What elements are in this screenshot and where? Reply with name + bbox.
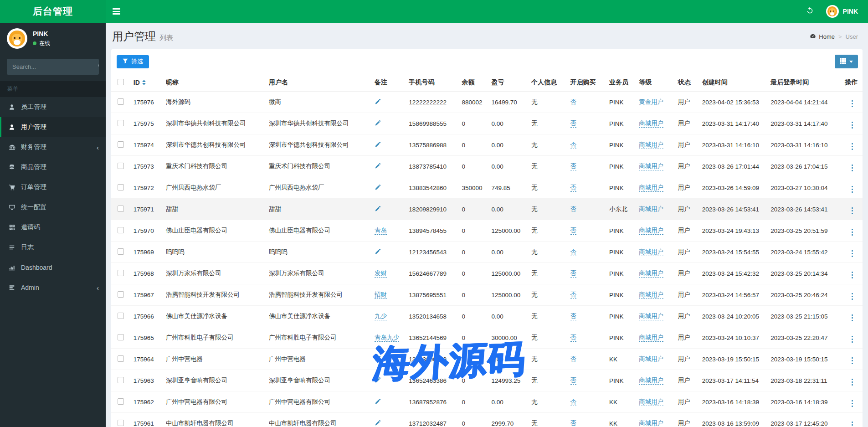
purchase-toggle-link[interactable]: 否 xyxy=(570,377,577,385)
level-link[interactable]: 商城用户 xyxy=(639,398,663,406)
row-checkbox[interactable] xyxy=(118,355,124,362)
row-checkbox[interactable] xyxy=(118,420,124,426)
row-actions-button[interactable] xyxy=(849,185,856,194)
purchase-toggle-link[interactable]: 否 xyxy=(570,355,577,363)
sidebar-item-orders[interactable]: 订单管理 ‹ xyxy=(0,177,106,197)
row-actions-button[interactable] xyxy=(849,142,856,151)
sidebar-item-dashboard[interactable]: Dashboard ‹ xyxy=(0,257,106,278)
level-link[interactable]: 商城用户 xyxy=(639,141,663,149)
level-link[interactable]: 商城用户 xyxy=(639,270,663,278)
remark-link[interactable]: 青岛九少 xyxy=(375,334,399,342)
row-checkbox[interactable] xyxy=(118,398,124,405)
sidebar-toggle-button[interactable] xyxy=(106,0,127,23)
columns-dropdown-button[interactable] xyxy=(835,55,858,68)
purchase-toggle-link[interactable]: 否 xyxy=(570,334,577,342)
level-link[interactable]: 商城用户 xyxy=(639,248,663,256)
row-actions-button[interactable] xyxy=(849,249,856,258)
level-link[interactable]: 商城用户 xyxy=(639,184,663,192)
search-button[interactable] xyxy=(98,59,99,75)
edit-pencil-icon[interactable] xyxy=(375,164,381,170)
level-link[interactable]: 商城用户 xyxy=(639,313,663,320)
column-header-id[interactable]: ID xyxy=(134,79,146,86)
row-checkbox[interactable] xyxy=(118,270,124,276)
purchase-toggle-link[interactable]: 否 xyxy=(570,291,577,299)
row-checkbox[interactable] xyxy=(118,120,124,126)
row-actions-button[interactable] xyxy=(849,228,856,237)
row-actions-button[interactable] xyxy=(849,206,856,216)
row-actions-button[interactable] xyxy=(849,335,856,344)
row-actions-button[interactable] xyxy=(849,271,856,280)
sidebar-item-invite-code[interactable]: 邀请码 ‹ xyxy=(0,217,106,237)
row-checkbox[interactable] xyxy=(118,184,124,190)
navbar-user-menu[interactable]: PINK xyxy=(826,5,858,18)
level-link[interactable]: 商城用户 xyxy=(639,206,663,213)
row-actions-button[interactable] xyxy=(849,99,856,108)
remark-link[interactable]: 招财 xyxy=(375,291,387,299)
purchase-toggle-link[interactable]: 否 xyxy=(570,270,577,278)
row-checkbox[interactable] xyxy=(118,334,124,340)
row-checkbox[interactable] xyxy=(118,98,124,105)
purchase-toggle-link[interactable]: 否 xyxy=(570,398,577,406)
row-actions-button[interactable] xyxy=(849,164,856,173)
edit-pencil-icon[interactable] xyxy=(375,399,381,406)
level-link[interactable]: 商城用户 xyxy=(639,377,663,385)
level-link[interactable]: 商城用户 xyxy=(639,163,663,170)
purchase-toggle-link[interactable]: 否 xyxy=(570,227,577,235)
level-link[interactable]: 商城用户 xyxy=(639,420,663,427)
remark-link[interactable]: 青岛 xyxy=(375,227,387,235)
edit-pencil-icon[interactable] xyxy=(375,356,381,363)
row-actions-button[interactable] xyxy=(849,292,856,301)
level-link[interactable]: 商城用户 xyxy=(639,355,663,363)
edit-pencil-icon[interactable] xyxy=(375,206,381,213)
level-link[interactable]: 黄金用户 xyxy=(639,98,663,106)
row-checkbox[interactable] xyxy=(118,163,124,169)
purchase-toggle-link[interactable]: 否 xyxy=(570,98,577,106)
edit-pencil-icon[interactable] xyxy=(375,142,381,149)
purchase-toggle-link[interactable]: 否 xyxy=(570,120,577,128)
row-checkbox[interactable] xyxy=(118,377,124,383)
row-actions-button[interactable] xyxy=(849,378,856,387)
row-checkbox[interactable] xyxy=(118,206,124,212)
purchase-toggle-link[interactable]: 否 xyxy=(570,248,577,256)
sidebar-item-finance[interactable]: 财务管理 ‹ xyxy=(0,137,106,157)
refresh-button[interactable] xyxy=(802,0,818,23)
row-actions-button[interactable] xyxy=(849,356,856,365)
row-checkbox[interactable] xyxy=(118,227,124,233)
row-checkbox[interactable] xyxy=(118,313,124,319)
edit-pencil-icon[interactable] xyxy=(375,121,381,128)
filter-button[interactable]: 筛选 xyxy=(117,55,149,68)
row-checkbox[interactable] xyxy=(118,141,124,148)
sidebar-item-goods[interactable]: 商品管理 ‹ xyxy=(0,157,106,177)
row-actions-button[interactable] xyxy=(849,399,856,408)
edit-pencil-icon[interactable] xyxy=(375,421,381,427)
edit-pencil-icon[interactable] xyxy=(375,378,381,385)
select-all-checkbox[interactable] xyxy=(118,79,124,85)
purchase-toggle-link[interactable]: 否 xyxy=(570,141,577,149)
sidebar-item-admin[interactable]: Admin ‹ xyxy=(0,278,106,298)
purchase-toggle-link[interactable]: 否 xyxy=(570,420,577,427)
search-input[interactable] xyxy=(7,59,98,75)
level-link[interactable]: 商城用户 xyxy=(639,291,663,299)
edit-pencil-icon[interactable] xyxy=(375,99,381,106)
level-link[interactable]: 商城用户 xyxy=(639,227,663,235)
row-actions-button[interactable] xyxy=(849,314,856,323)
purchase-toggle-link[interactable]: 否 xyxy=(570,184,577,192)
row-checkbox[interactable] xyxy=(118,248,124,255)
purchase-toggle-link[interactable]: 否 xyxy=(570,206,577,213)
sidebar-item-employees[interactable]: 员工管理 ‹ xyxy=(0,97,106,117)
edit-pencil-icon[interactable] xyxy=(375,249,381,256)
purchase-toggle-link[interactable]: 否 xyxy=(570,313,577,320)
row-actions-button[interactable] xyxy=(849,421,856,427)
sidebar-item-logs[interactable]: 日志 ‹ xyxy=(0,237,106,257)
edit-pencil-icon[interactable] xyxy=(375,185,381,192)
brand-logo[interactable]: 后台管理 xyxy=(0,0,106,23)
sidebar-item-users[interactable]: 用户管理 ‹ xyxy=(0,117,106,137)
remark-link[interactable]: 发财 xyxy=(375,270,387,278)
purchase-toggle-link[interactable]: 否 xyxy=(570,163,577,170)
sidebar-item-unified-config[interactable]: 统一配置 ‹ xyxy=(0,197,106,217)
row-checkbox[interactable] xyxy=(118,291,124,298)
breadcrumb-home-link[interactable]: Home xyxy=(810,33,835,41)
level-link[interactable]: 商城用户 xyxy=(639,334,663,342)
remark-link[interactable]: 九少 xyxy=(375,313,387,320)
level-link[interactable]: 商城用户 xyxy=(639,120,663,128)
